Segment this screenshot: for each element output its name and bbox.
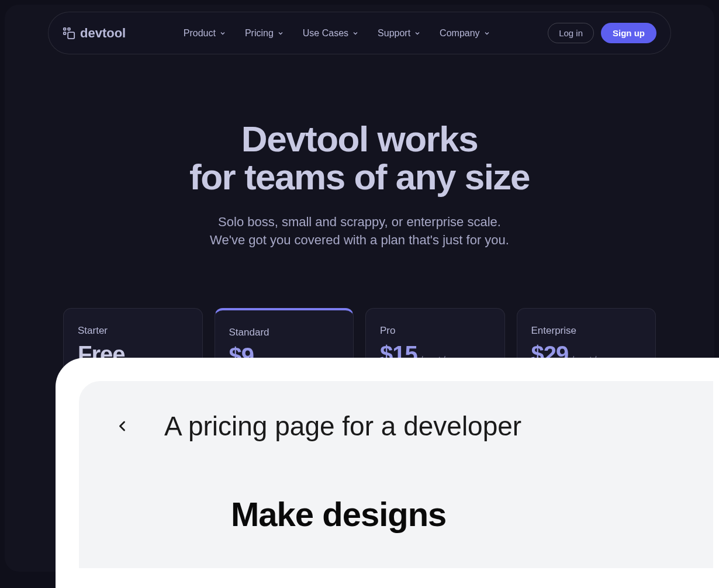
hero-subtitle: Solo boss, small and scrappy, or enterpr…: [28, 213, 691, 250]
svg-rect-2: [64, 32, 66, 34]
nav-label: Company: [440, 28, 479, 39]
title-line-1: Devtool works: [241, 119, 478, 159]
devtool-logo-icon: [63, 27, 75, 40]
page-title: Devtool works for teams of any size: [28, 120, 691, 196]
nav-product[interactable]: Product: [184, 28, 226, 39]
overlay-title: A pricing page for a developer: [164, 410, 521, 442]
brand-name: devtool: [80, 26, 126, 41]
back-icon[interactable]: [114, 418, 130, 434]
overlay-header: A pricing page for a developer: [114, 410, 678, 442]
subtitle-line-1: Solo boss, small and scrappy, or enterpr…: [218, 215, 501, 229]
subtitle-line-2: We've got you covered with a plan that's…: [210, 233, 509, 247]
navigation-bar: devtool Product Pricing Use Cases Suppor…: [48, 12, 671, 54]
nav-label: Use Cases: [303, 28, 348, 39]
title-line-2: for teams of any size: [189, 157, 530, 197]
nav-use-cases[interactable]: Use Cases: [303, 28, 359, 39]
overlay-inner: A pricing page for a developer Make desi…: [79, 381, 713, 568]
svg-rect-3: [68, 32, 74, 39]
overlay-heading: Make designs: [231, 494, 678, 534]
plan-name: Pro: [380, 325, 490, 337]
nav-label: Support: [378, 28, 410, 39]
nav-actions-group: Log in Sign up: [548, 23, 656, 43]
chevron-down-icon: [483, 30, 490, 37]
nav-pricing[interactable]: Pricing: [245, 28, 284, 39]
nav-label: Pricing: [245, 28, 274, 39]
nav-support[interactable]: Support: [378, 28, 421, 39]
hero-section: Devtool works for teams of any size Solo…: [5, 61, 714, 285]
chevron-down-icon: [219, 30, 226, 37]
nav-label: Product: [184, 28, 216, 39]
svg-rect-0: [64, 27, 66, 30]
brand-logo[interactable]: devtool: [63, 26, 126, 41]
login-button[interactable]: Log in: [548, 23, 594, 43]
svg-rect-1: [68, 27, 70, 30]
plan-name: Starter: [78, 325, 188, 337]
overlay-panel: A pricing page for a developer Make desi…: [56, 358, 719, 588]
plan-name: Standard: [229, 327, 340, 338]
nav-company[interactable]: Company: [440, 28, 490, 39]
chevron-down-icon: [352, 30, 359, 37]
nav-links-group: Product Pricing Use Cases Support Compan…: [184, 28, 490, 39]
plan-name: Enterprise: [531, 325, 642, 337]
chevron-down-icon: [414, 30, 421, 37]
chevron-down-icon: [277, 30, 284, 37]
signup-button[interactable]: Sign up: [601, 23, 656, 43]
